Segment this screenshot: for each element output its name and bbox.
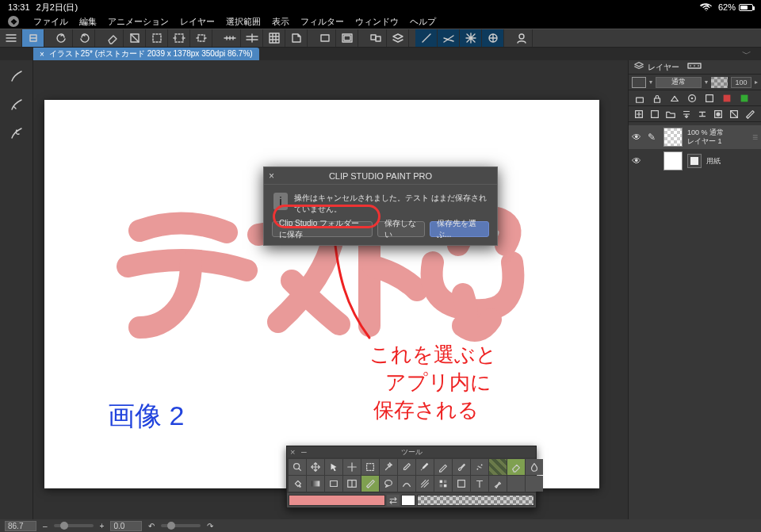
tool-blend-icon[interactable] — [526, 459, 543, 475]
blend-mode-select[interactable]: 通常 — [656, 77, 702, 88]
document-tab[interactable]: × イラスト25* (ポストカード 2039 x 1378px 350dpi 8… — [33, 48, 259, 60]
rail-tool-2-icon[interactable] — [9, 97, 25, 113]
expand-icon[interactable] — [168, 29, 190, 47]
frame-icon[interactable] — [336, 29, 358, 47]
palette-close-icon[interactable]: × — [290, 447, 295, 457]
layers-tab-label[interactable]: レイヤー — [648, 62, 679, 73]
layer-item-paper[interactable]: 👁 用紙 — [629, 149, 761, 173]
tool-zoom-icon[interactable] — [289, 459, 306, 475]
ref-layer-icon[interactable] — [632, 77, 646, 88]
rotation-value[interactable]: 0.0 — [110, 521, 142, 531]
dialog-close-icon[interactable]: × — [269, 170, 274, 182]
menu-selection[interactable]: 選択範囲 — [226, 16, 261, 28]
hamburger-icon[interactable] — [0, 29, 22, 47]
opacity-slider[interactable] — [711, 77, 728, 88]
rect-tool-icon[interactable] — [314, 29, 336, 47]
tool-pen-icon[interactable] — [416, 459, 434, 475]
tool-airbrush-icon[interactable] — [471, 459, 488, 475]
layer-item-1[interactable]: 👁 ✎ 100 % 通常 レイヤー 1 ≡ — [629, 125, 761, 149]
tool-brush-icon[interactable] — [453, 459, 470, 475]
palette-minimize-icon[interactable]: – — [301, 449, 307, 455]
menu-view[interactable]: 表示 — [272, 16, 289, 28]
lock-icon[interactable] — [651, 92, 663, 105]
new-raster-icon[interactable] — [633, 108, 644, 121]
tool-figure-icon[interactable] — [325, 476, 342, 492]
tool-dot-icon[interactable] — [434, 476, 452, 492]
app-logo-icon[interactable]: ❖ — [8, 16, 19, 27]
layer-thumbnail[interactable] — [663, 128, 683, 147]
mask-icon[interactable] — [713, 108, 724, 121]
tool-correct-icon[interactable] — [489, 476, 507, 492]
contract-icon[interactable] — [190, 29, 212, 47]
canvas[interactable]: これを選ぶと アプリ内に 保存される 画像 2 — [44, 100, 599, 488]
menu-edit[interactable]: 編集 — [79, 16, 97, 28]
tool-movelayer-icon[interactable] — [343, 459, 361, 475]
snap-special-icon[interactable] — [460, 29, 482, 47]
tool-frame-icon[interactable] — [343, 476, 361, 492]
timeline-tab-icon[interactable] — [687, 61, 702, 73]
new-folder-icon[interactable] — [665, 108, 676, 121]
zoom-in-icon[interactable]: + — [100, 522, 105, 530]
tool-line-icon[interactable] — [398, 476, 415, 492]
ruler-ht-icon[interactable] — [241, 29, 263, 47]
menu-animation[interactable]: アニメーション — [108, 16, 169, 28]
layers-tab-icon[interactable] — [633, 60, 644, 74]
visibility-icon[interactable]: 👁 — [632, 155, 643, 166]
new-vector-icon[interactable] — [649, 108, 660, 121]
tool-gradient-icon[interactable] — [307, 476, 324, 492]
snap-perspective-icon[interactable] — [438, 29, 460, 47]
visibility-icon[interactable]: 👁 — [632, 132, 643, 143]
tool-effectline-icon[interactable] — [416, 476, 434, 492]
pagecurl-icon[interactable] — [285, 29, 308, 47]
opacity-value[interactable]: 100 — [731, 77, 751, 88]
rotate-left-icon[interactable]: ↶ — [148, 522, 155, 530]
apply-mask-icon[interactable] — [728, 108, 740, 121]
tool-ruler-icon[interactable] — [361, 476, 379, 492]
menu-layer[interactable]: レイヤー — [180, 16, 215, 28]
layer-icon[interactable] — [387, 29, 409, 47]
ruler-grid-icon[interactable] — [263, 29, 285, 47]
tool-fill-icon[interactable] — [289, 476, 306, 492]
choose-destination-button[interactable]: 保存先を選ぶ... — [430, 221, 489, 237]
snap-line-icon[interactable] — [415, 29, 438, 47]
select-icon[interactable] — [146, 29, 168, 47]
erase-icon[interactable] — [101, 29, 124, 47]
transparent-color[interactable] — [417, 495, 534, 506]
tool-cut-icon[interactable] — [453, 476, 470, 492]
clip-mask-icon[interactable] — [668, 92, 681, 105]
group-icon[interactable] — [365, 29, 387, 47]
transfer-down-icon[interactable] — [681, 108, 692, 121]
tool-wand-icon[interactable] — [380, 459, 397, 475]
tool-decoration-icon[interactable] — [489, 459, 507, 475]
swap-colors-icon[interactable]: ⇄ — [387, 495, 400, 506]
tool-operate-icon[interactable] — [325, 459, 342, 475]
palette-color-icon[interactable] — [738, 92, 751, 105]
tab-close-icon[interactable]: × — [40, 50, 44, 59]
menu-window[interactable]: ウィンドウ — [355, 16, 399, 28]
floating-tool-palette[interactable]: × – ツール ⇄ — [286, 446, 537, 508]
menu-help[interactable]: ヘルプ — [410, 16, 436, 28]
layer-thumbnail[interactable] — [663, 151, 683, 170]
active-layer-icon[interactable]: ✎ — [648, 132, 659, 143]
rail-tool-1-icon[interactable] — [9, 68, 25, 84]
layer-color-icon[interactable] — [721, 92, 733, 105]
draft-icon[interactable] — [703, 92, 716, 105]
reference-icon[interactable] — [686, 92, 698, 105]
rail-tool-3-icon[interactable] — [9, 125, 25, 141]
assistant-icon[interactable] — [511, 29, 533, 47]
tab-overflow-icon[interactable]: ﹀ — [742, 48, 751, 61]
snap-grid-icon[interactable] — [482, 29, 504, 47]
tool-marquee-icon[interactable] — [361, 459, 379, 475]
menu-filter[interactable]: フィルター — [300, 16, 344, 28]
tool-pencil-icon[interactable] — [434, 459, 452, 475]
zoom-value[interactable]: 86.7 — [5, 521, 36, 531]
clip-icon[interactable] — [124, 29, 146, 47]
ruler-h-icon[interactable] — [219, 29, 241, 47]
background-color[interactable] — [401, 495, 415, 506]
rotation-slider[interactable] — [161, 524, 201, 527]
ruler-icon[interactable] — [744, 108, 755, 121]
tool-eyedrop-icon[interactable] — [398, 459, 415, 475]
tool-move-icon[interactable] — [307, 459, 324, 475]
zoom-out-icon[interactable]: – — [43, 522, 48, 530]
zoom-slider[interactable] — [54, 524, 94, 527]
